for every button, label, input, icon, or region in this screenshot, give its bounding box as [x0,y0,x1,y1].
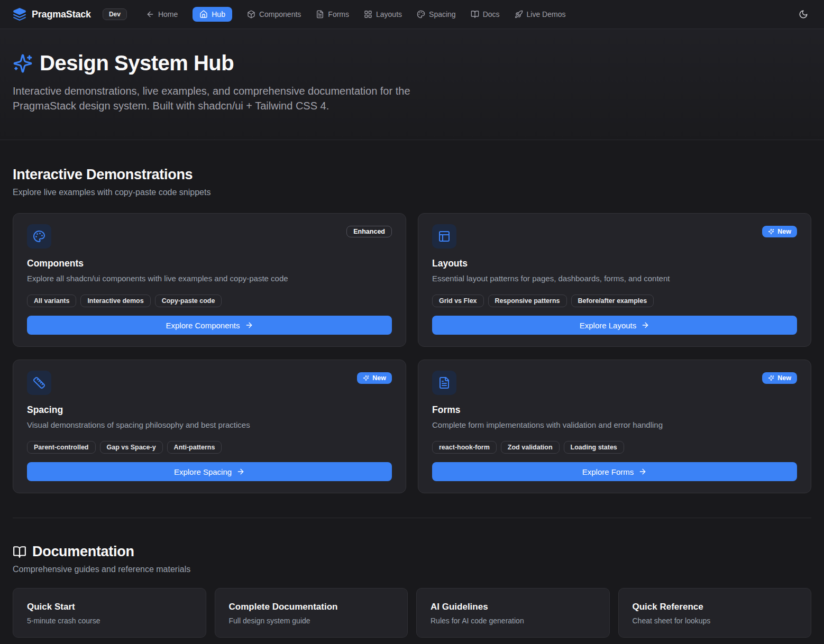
tag-list: Parent-controlled Gap vs Space-y Anti-pa… [27,441,392,454]
tag: Before/after examples [571,295,654,307]
explore-forms-button[interactable]: Explore Forms [432,462,797,481]
tag: Gap vs Space-y [100,441,163,454]
doc-card-title: AI Guidelines [431,602,596,612]
doc-card-description: 5-minute crash course [27,617,192,625]
tag: Copy-paste code [155,295,222,307]
demos-heading: Interactive Demonstrations [13,167,811,183]
house-icon [199,10,208,19]
file-text-icon [432,371,456,395]
new-badge: New [357,372,392,384]
demo-card-components: Enhanced Components Explore all shadcn/u… [13,213,406,347]
card-description: Explore all shadcn/ui components with li… [27,274,392,283]
nav-item-home[interactable]: Home [146,10,178,19]
page-description: Interactive demonstrations, live example… [13,84,412,114]
demos-section-head: Interactive Demonstrations Explore live … [13,167,811,197]
tag: Interactive demos [80,295,150,307]
card-title: Spacing [27,404,392,416]
status-badge: Enhanced [346,226,392,237]
nav-item-layouts[interactable]: Layouts [364,10,402,19]
new-badge: New [762,226,797,237]
palette-icon [417,10,425,19]
section-divider [13,518,811,518]
topbar: PragmaStack Dev Home Hub Components [0,0,824,29]
demo-card-grid: Enhanced Components Explore all shadcn/u… [13,213,811,493]
env-badge: Dev [103,8,127,20]
card-description: Complete form implementations with valid… [432,420,797,429]
card-description: Essential layout patterns for pages, das… [432,274,797,283]
tag: Zod validation [501,441,560,454]
hero-section: Design System Hub Interactive demonstrat… [0,29,824,140]
arrow-right-icon [236,467,245,476]
doc-card-title: Quick Reference [633,602,798,612]
tag: Loading states [564,441,624,454]
nav-item-hub[interactable]: Hub [193,7,232,22]
layout-panels-icon [432,224,456,249]
palette-icon [27,224,51,249]
brand-name: PragmaStack [32,9,91,20]
demos-subheading: Explore live examples with copy-paste co… [13,188,811,197]
page-title: Design System Hub [40,51,234,75]
book-open-icon [13,545,26,559]
sparkles-icon [768,228,774,235]
doc-card-description: Full design system guide [229,617,394,625]
nav-item-components[interactable]: Components [247,10,301,19]
file-text-icon [316,10,324,19]
doc-card-title: Quick Start [27,602,192,612]
nav-item-spacing[interactable]: Spacing [417,10,456,19]
card-title: Layouts [432,258,797,269]
doc-card-description: Rules for AI code generation [431,617,596,625]
doc-card-quick-start[interactable]: Quick Start 5-minute crash course [13,588,206,638]
tag: Responsive patterns [488,295,567,307]
explore-spacing-button[interactable]: Explore Spacing [27,462,392,481]
docs-subheading: Comprehensive guides and reference mater… [13,565,811,574]
card-title: Forms [432,404,797,416]
doc-card-complete-documentation[interactable]: Complete Documentation Full design syste… [215,588,408,638]
tag: Grid vs Flex [432,295,484,307]
rocket-icon [515,10,523,19]
main-nav: Home Hub Components Forms Layouts [146,7,566,22]
card-title: Components [27,258,392,269]
tag-list: All variants Interactive demos Copy-past… [27,295,392,307]
doc-card-quick-reference[interactable]: Quick Reference Cheat sheet for lookups [618,588,812,638]
card-description: Visual demonstrations of spacing philoso… [27,420,392,429]
moon-icon [799,10,808,19]
tag: Anti-patterns [167,441,222,454]
tag: react-hook-form [432,441,497,454]
main-content: Interactive Demonstrations Explore live … [0,167,824,638]
sparkles-icon [13,53,33,73]
arrow-right-icon [638,467,647,476]
nav-item-docs[interactable]: Docs [471,10,500,19]
nav-item-live-demos[interactable]: Live Demos [515,10,566,19]
layers-logo-icon [13,7,26,21]
explore-layouts-button[interactable]: Explore Layouts [432,316,797,335]
nav-item-forms[interactable]: Forms [316,10,349,19]
arrow-right-icon [245,321,253,329]
arrow-right-icon [641,321,649,329]
explore-components-button[interactable]: Explore Components [27,316,392,335]
theme-toggle-button[interactable] [795,6,811,22]
sparkles-icon [363,375,369,381]
docs-card-grid: Quick Start 5-minute crash course Comple… [13,588,811,638]
book-open-icon [471,10,479,19]
layout-grid-icon [364,10,372,19]
new-badge: New [762,372,797,384]
demo-card-spacing: New Spacing Visual demonstrations of spa… [13,360,406,493]
docs-heading: Documentation [13,544,811,560]
docs-section: Documentation Comprehensive guides and r… [13,544,811,638]
box-icon [247,10,255,19]
arrow-left-icon [146,10,154,19]
doc-card-ai-guidelines[interactable]: AI Guidelines Rules for AI code generati… [416,588,610,638]
brand: PragmaStack Dev [13,7,127,21]
sparkles-icon [768,375,774,381]
demo-card-layouts: New Layouts Essential layout patterns fo… [418,213,811,347]
demo-card-forms: New Forms Complete form implementations … [418,360,811,493]
doc-card-description: Cheat sheet for lookups [633,617,798,625]
tag: All variants [27,295,76,307]
tag: Parent-controlled [27,441,96,454]
tag-list: react-hook-form Zod validation Loading s… [432,441,797,454]
ruler-icon [27,371,51,395]
doc-card-title: Complete Documentation [229,602,394,612]
tag-list: Grid vs Flex Responsive patterns Before/… [432,295,797,307]
